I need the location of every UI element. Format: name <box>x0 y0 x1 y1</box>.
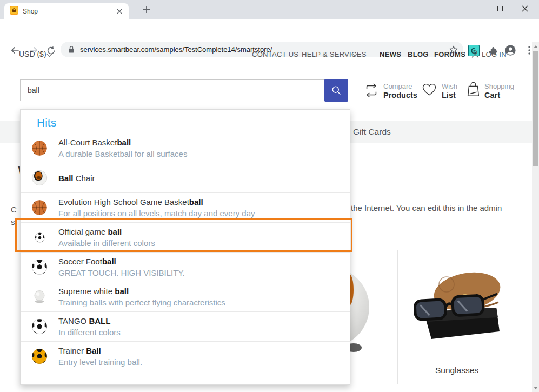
hit-subtitle: GREAT TOUCH. HIGH VISIBILITY. <box>58 267 185 278</box>
window-maximize-button[interactable] <box>488 0 513 17</box>
compare-products-label[interactable]: CompareProducts <box>383 82 417 99</box>
hit-title: Trainer Ball <box>58 345 142 356</box>
login-person-icon <box>471 50 480 58</box>
soccer-ball-icon <box>30 232 49 243</box>
ball-chair-icon <box>30 170 49 186</box>
search-icon <box>331 85 342 96</box>
currency-selector[interactable]: USD ($) <box>19 50 46 58</box>
wish-list-label[interactable]: WishList <box>442 82 457 99</box>
hit-subtitle: Available in different colors <box>58 237 155 249</box>
hit-title: Ball Chair <box>58 172 95 184</box>
close-icon <box>522 5 528 12</box>
basketball-icon <box>30 200 49 216</box>
search-button[interactable] <box>324 79 348 102</box>
sunglasses-image <box>409 265 506 347</box>
paragraph-fragment-left-2: si <box>11 217 17 227</box>
product-card-sunglasses[interactable]: Sunglasses <box>397 250 516 384</box>
hit-all-court-basketball[interactable]: All-Court BasketballA durable Basketball… <box>21 133 350 163</box>
compare-products-button[interactable] <box>363 82 380 101</box>
tab-title: Shop <box>23 8 110 15</box>
scroll-up-icon[interactable] <box>534 45 538 48</box>
window-controls <box>463 0 537 17</box>
menu-item-gift-cards[interactable]: Gift Cards <box>353 127 391 137</box>
hit-title: Official game ball <box>58 226 155 237</box>
yellow-ball-icon <box>30 348 49 364</box>
hit-subtitle: Training balls with perfect flying chara… <box>58 297 225 308</box>
hit-trainer-ball[interactable]: Trainer BallEntry level training ball. <box>21 341 350 371</box>
tab-close-icon[interactable] <box>115 6 124 16</box>
login-link[interactable]: LOG IN <box>482 50 507 58</box>
scroll-down-icon[interactable] <box>534 387 538 389</box>
url-text: services.smartbear.com/samples/TestCompl… <box>80 45 272 54</box>
heart-icon <box>421 82 437 98</box>
shopping-bag-icon <box>465 81 481 98</box>
basketball-icon <box>30 140 49 156</box>
window-minimize-button[interactable] <box>463 0 488 17</box>
hit-subtitle: Entry level training ball. <box>58 356 142 368</box>
hit-title: All-Court Basketball <box>58 137 187 148</box>
hits-heading: Hits <box>21 110 350 133</box>
soccer-ball-icon <box>30 318 49 335</box>
nav-forums[interactable]: FORUMS <box>434 50 465 58</box>
nav-blog[interactable]: BLOG <box>408 50 429 58</box>
nav-news[interactable]: NEWS <box>380 50 401 58</box>
browser-window: Shop services.smartbear.com/s <box>0 0 539 392</box>
wish-list-button[interactable] <box>421 82 437 100</box>
kebab-menu-icon <box>528 46 530 55</box>
hit-ball-chair[interactable]: Ball Chair <box>21 163 350 192</box>
browser-tab-shop[interactable]: Shop <box>4 3 129 19</box>
hit-soccer-football[interactable]: Soccer FootballGREAT TOUCH. HIGH VISIBIL… <box>21 252 350 282</box>
hit-subtitle: For all positions on all levels, match d… <box>58 208 255 219</box>
hit-title: Supreme white ball <box>58 285 225 297</box>
nav-contact-us[interactable]: CONTACT US <box>252 50 298 58</box>
shop-favicon-icon <box>10 6 18 17</box>
browser-toolbar: services.smartbear.com/samples/TestCompl… <box>0 19 539 42</box>
compare-icon <box>363 82 380 99</box>
paragraph-fragment-left-1: C <box>11 205 17 214</box>
hit-subtitle: A durable Basketball for all surfaces <box>58 148 187 160</box>
hit-supreme-white-ball[interactable]: Supreme white ballTraining balls with pe… <box>21 282 350 311</box>
window-close-button[interactable] <box>513 0 537 17</box>
search-input[interactable] <box>20 79 325 101</box>
hit-subtitle: In different colors <box>58 327 121 338</box>
hit-title: Evolution High School Game Basketball <box>58 196 255 208</box>
hit-evolution-basketball[interactable]: Evolution High School Game BasketballFor… <box>21 192 350 222</box>
product-label-sunglasses: Sunglasses <box>398 366 516 375</box>
tab-strip: Shop <box>0 0 539 19</box>
hit-tango-ball[interactable]: TANGO BALLIn different colors <box>21 311 350 341</box>
shopping-cart-button[interactable] <box>465 81 481 100</box>
hit-title: Soccer Football <box>58 256 185 267</box>
minimize-icon <box>473 9 478 9</box>
shopping-cart-label[interactable]: ShoppingCart <box>484 82 514 99</box>
scrollbar-thumb[interactable] <box>533 51 538 166</box>
white-ball-icon <box>30 289 49 304</box>
soccer-ball-icon <box>30 259 49 275</box>
paragraph-fragment-right: the Internet. You can edit this in the a… <box>351 203 502 212</box>
page-scrollbar[interactable] <box>532 42 539 392</box>
maximize-icon <box>497 6 503 11</box>
hit-title: TANGO BALL <box>58 315 121 327</box>
hit-official-game-ball[interactable]: Official game ballAvailable in different… <box>21 222 350 252</box>
new-tab-button[interactable] <box>139 4 154 16</box>
search-suggestions-panel: Hits All-Court BasketballA durable Baske… <box>20 109 350 385</box>
lock-icon <box>68 45 75 54</box>
